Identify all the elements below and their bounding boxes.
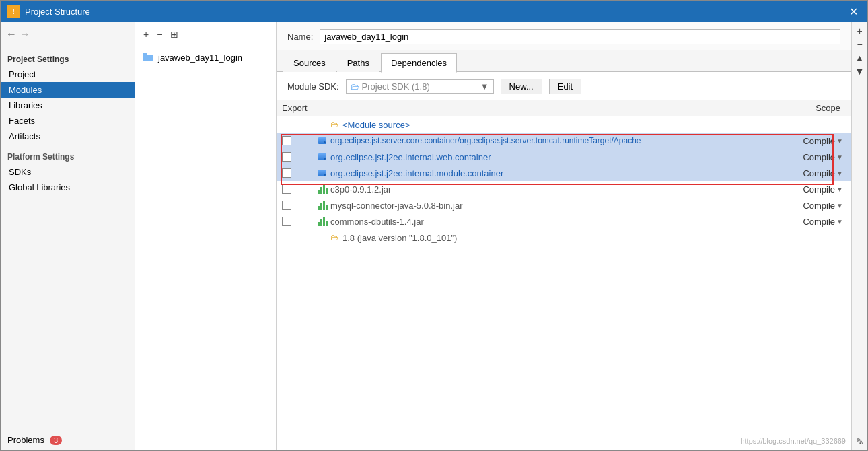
dep-name-jdk: 1.8 (java version "1.8.0_101") — [342, 233, 846, 243]
scroll-down-button[interactable]: ▼ — [854, 65, 866, 77]
sdk-dropdown-arrow[interactable]: ▼ — [480, 81, 489, 92]
forward-button[interactable]: → — [20, 28, 30, 40]
jar-bar-icon-dbutils — [318, 217, 328, 226]
jar-icon-c3p0 — [317, 184, 328, 195]
dep-table-header: Export Scope — [277, 100, 851, 116]
dep-checkbox-dbutils[interactable] — [282, 217, 291, 226]
scope-dropdown-eclipse-tomcat[interactable]: ▼ — [836, 137, 843, 145]
sidebar-item-sdks[interactable]: SDKs — [1, 164, 135, 180]
dep-scope-c3p0: Compile ▼ — [792, 184, 846, 195]
dep-checkbox-c3p0[interactable] — [282, 184, 291, 194]
sidebar-item-facets[interactable]: Facets — [1, 113, 135, 129]
remove-module-button[interactable]: − — [154, 28, 165, 41]
tab-paths[interactable]: Paths — [337, 53, 379, 72]
folder-icon: 🗁 — [329, 119, 340, 130]
folder-icon: 🗁 — [351, 81, 359, 92]
bar4 — [326, 221, 328, 226]
jar-icon-dbutils — [317, 216, 328, 227]
module-folder-icon — [143, 55, 153, 61]
sidebar-item-project[interactable]: Project — [1, 67, 135, 82]
app-icon: ! — [7, 5, 20, 18]
dep-scope-dbutils: Compile ▼ — [792, 217, 846, 227]
dep-name-c3p0: c3p0-0.9.1.2.jar — [330, 184, 792, 195]
scroll-up-button[interactable]: ▲ — [854, 52, 866, 64]
close-button[interactable]: ✕ — [846, 5, 861, 18]
sdk-new-button[interactable]: New... — [501, 79, 542, 94]
jar-icon-mysql — [317, 200, 328, 211]
dep-name-eclipse-tomcat: org.eclipse.jst.server.core.container/or… — [330, 136, 792, 145]
dep-row-j2ee-web[interactable]: org.eclipse.jst.j2ee.internal.web.contai… — [277, 149, 851, 165]
dep-row-module-source[interactable]: 🗁 <Module source> — [277, 116, 851, 133]
bar2 — [320, 203, 322, 210]
bar1 — [318, 190, 320, 194]
dep-row-dbutils[interactable]: commons-dbutils-1.4.jar Compile ▼ — [277, 213, 851, 230]
bar1 — [318, 206, 320, 210]
dep-scope-j2ee-module: Compile ▼ — [792, 168, 846, 178]
bar3 — [323, 184, 325, 194]
window-title: Project Structure — [25, 7, 846, 17]
dep-row-j2ee-module[interactable]: org.eclipse.jst.j2ee.internal.module.con… — [277, 165, 851, 181]
remove-dep-button[interactable]: − — [854, 38, 866, 50]
sdk-label: Module SDK: — [287, 81, 339, 92]
dep-checkbox-j2ee-web[interactable] — [282, 152, 291, 162]
checkbox-area — [282, 136, 317, 145]
export-col-header: Export — [282, 103, 329, 113]
checkbox-area-j2ee-web — [282, 152, 317, 162]
name-input[interactable] — [320, 29, 840, 44]
tab-sources[interactable]: Sources — [283, 53, 336, 72]
server-icon-eclipse-tomcat — [317, 135, 328, 146]
sidebar-item-libraries-label: Libraries — [9, 100, 42, 110]
dep-list: 🗁 <Module source> org.e — [277, 116, 851, 450]
sidebar-item-global-libraries[interactable]: Global Libraries — [1, 180, 135, 195]
dep-row-jdk[interactable]: 🗁 1.8 (java version "1.8.0_101") — [277, 230, 851, 246]
sdk-row: Module SDK: 🗁 Project SDK (1.8) ▼ New...… — [277, 72, 851, 100]
title-bar: ! Project Structure ✕ — [1, 1, 867, 22]
sdk-edit-button[interactable]: Edit — [549, 79, 581, 94]
checkbox-area-mysql — [282, 201, 317, 210]
tabs-row: Sources Paths Dependencies — [277, 50, 851, 72]
add-module-button[interactable]: + — [141, 28, 151, 41]
sidebar-item-project-label: Project — [9, 69, 36, 79]
back-button[interactable]: ← — [6, 28, 17, 40]
sidebar-item-facets-label: Facets — [9, 116, 35, 126]
copy-module-button[interactable]: ⊞ — [168, 28, 181, 41]
add-dep-button[interactable]: + — [854, 25, 866, 37]
dep-row-c3p0[interactable]: c3p0-0.9.1.2.jar Compile ▼ — [277, 181, 851, 197]
sdk-select[interactable]: 🗁 Project SDK (1.8) ▼ — [346, 79, 494, 94]
sidebar: ← → Project Settings Project Modules Lib… — [1, 22, 135, 450]
sidebar-item-libraries[interactable]: Libraries — [1, 98, 135, 113]
scope-dropdown-c3p0[interactable]: ▼ — [836, 186, 843, 193]
dependencies-panel: Module SDK: 🗁 Project SDK (1.8) ▼ New...… — [277, 72, 851, 450]
scope-dropdown-j2ee-web[interactable]: ▼ — [836, 153, 843, 161]
dep-row-mysql[interactable]: mysql-connector-java-5.0.8-bin.jar Compi… — [277, 197, 851, 213]
tab-dependencies[interactable]: Dependencies — [381, 53, 457, 73]
bar4 — [326, 205, 328, 210]
sidebar-item-modules[interactable]: Modules — [1, 82, 135, 98]
module-item-javaweb[interactable]: javaweb_day11_login — [135, 50, 276, 65]
sidebar-item-sdks-label: SDKs — [9, 167, 31, 177]
sidebar-toolbar: ← → — [1, 22, 135, 46]
dep-scope-eclipse-tomcat: Compile ▼ — [792, 136, 846, 146]
bar2 — [320, 219, 322, 226]
edit-dep-button[interactable]: ✎ — [854, 436, 866, 448]
dep-checkbox-mysql[interactable] — [282, 201, 291, 210]
watermark: https://blog.csdn.net/qq_332669 — [740, 437, 846, 445]
bar4 — [326, 188, 328, 194]
bar3 — [323, 201, 325, 210]
dep-checkbox-j2ee-module[interactable] — [282, 168, 291, 178]
bar2 — [320, 187, 322, 194]
scope-dropdown-dbutils[interactable]: ▼ — [836, 218, 843, 226]
problems-badge: 3 — [50, 436, 62, 445]
sidebar-item-modules-label: Modules — [9, 85, 42, 95]
dep-scope-mysql: Compile ▼ — [792, 201, 846, 211]
dep-name-j2ee-web: org.eclipse.jst.j2ee.internal.web.contai… — [330, 152, 792, 162]
scope-dropdown-j2ee-module[interactable]: ▼ — [836, 170, 843, 177]
dep-checkbox-eclipse-tomcat[interactable] — [282, 136, 291, 145]
checkbox-area-c3p0 — [282, 184, 317, 194]
server-icon-j2ee-module — [317, 168, 328, 178]
dep-name-dbutils: commons-dbutils-1.4.jar — [330, 217, 792, 227]
sidebar-item-artifacts[interactable]: Artifacts — [1, 129, 135, 144]
problems-row[interactable]: Problems 3 — [1, 429, 135, 450]
dep-row-eclipse-tomcat[interactable]: org.eclipse.jst.server.core.container/or… — [277, 133, 851, 149]
scope-dropdown-mysql[interactable]: ▼ — [836, 202, 843, 209]
